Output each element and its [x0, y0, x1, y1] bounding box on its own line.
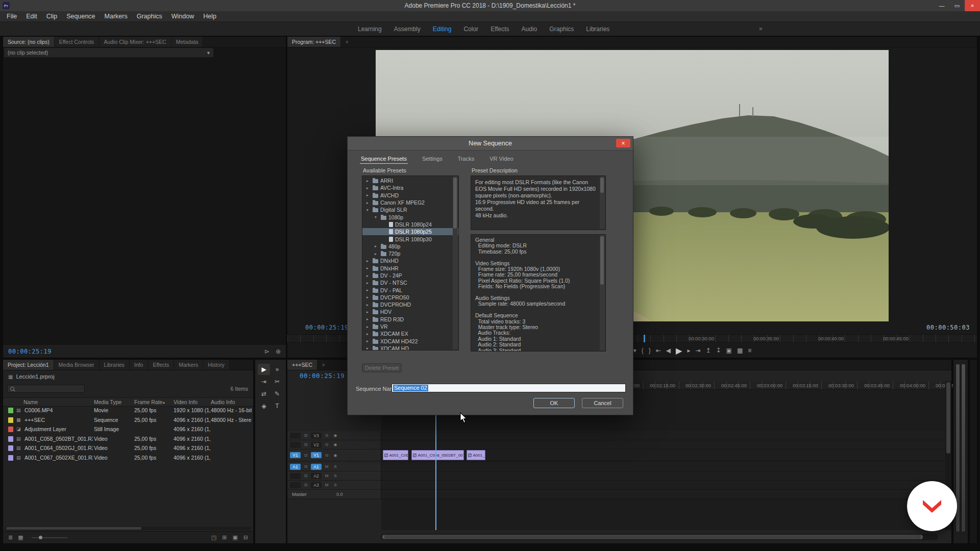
column-header[interactable]: Name — [23, 399, 38, 405]
workspace-tab[interactable]: Libraries — [580, 26, 615, 33]
preset-tree-item[interactable]: ▾ Digital SLR — [362, 206, 458, 213]
program-playhead[interactable] — [644, 335, 645, 342]
chevron-icon[interactable]: ▸ — [366, 201, 371, 205]
source-patch-button[interactable] — [290, 473, 301, 479]
selection-tool[interactable]: ▶ — [258, 364, 270, 375]
project-horizontal-scrollbar[interactable] — [5, 527, 251, 530]
insert-icon[interactable]: ⊳ — [264, 348, 270, 355]
minimize-button[interactable]: — — [934, 0, 949, 11]
chevron-icon[interactable]: ▸ — [366, 281, 371, 285]
panel-tab[interactable]: Info — [130, 360, 149, 370]
source-patch-button[interactable] — [290, 442, 301, 448]
panel-tab[interactable]: History — [203, 360, 230, 370]
C0006.MP4[interactable]: ▤ C0006.MP4 Movie 25,00 fps 980 x 551 … — [3, 406, 253, 415]
track-target-button[interactable]: A1 — [311, 464, 322, 470]
automate-to-sequence-icon[interactable]: ◳ — [211, 534, 216, 541]
panel-menu-icon[interactable]: ≡ — [344, 39, 350, 44]
dialog-tab[interactable]: Settings — [421, 154, 444, 164]
button-editor-icon[interactable]: ≡ — [748, 347, 751, 354]
chevron-icon[interactable]: ▸ — [366, 324, 371, 329]
chevron-icon[interactable]: ▸ — [366, 346, 371, 350]
mute-button[interactable]: M — [323, 473, 330, 479]
timeline-clip[interactable]: fx A001_C067 — [383, 450, 408, 460]
chevron-icon[interactable]: ▸ — [366, 310, 371, 314]
panel-tab[interactable]: Source: (no clips) — [3, 37, 55, 47]
search-input[interactable] — [7, 385, 85, 393]
preset-tree-item[interactable]: ▸ DV - NTSC — [362, 279, 458, 286]
A001_C064_0502GJ_001.R3[interactable]: ▤ A001_C064_0502GJ_001.R3 Video 25,00 fp… — [3, 443, 253, 453]
sync-lock-icon[interactable]: ⊙ — [323, 442, 330, 448]
track-lock-icon[interactable]: ⊡ — [302, 452, 309, 458]
source-patch-button[interactable]: A1 — [290, 464, 301, 470]
track-lock-icon[interactable]: ⊡ — [302, 442, 309, 448]
dialog-tab[interactable]: Sequence Presets — [360, 154, 408, 164]
delete-icon[interactable]: ⊟ — [243, 534, 248, 541]
description-scrollbar[interactable] — [600, 177, 605, 229]
mute-button[interactable]: M — [323, 482, 330, 488]
workspace-tab[interactable]: Learning — [352, 26, 387, 33]
hand-tool[interactable]: ◈ — [258, 400, 270, 412]
preset-tree-item[interactable]: ▸ HDV — [362, 308, 458, 315]
menu-item[interactable]: Edit — [21, 13, 42, 20]
track-output-icon[interactable]: ◉ — [332, 433, 339, 439]
panel-tab[interactable]: Metadata — [172, 37, 204, 47]
preset-tree-item[interactable]: ▸ AVC-Intra — [362, 184, 458, 191]
A001_C058_0502BT_001.R3[interactable]: ▤ A001_C058_0502BT_001.R3 Video 25,00 fp… — [3, 434, 253, 444]
sequence-name-input[interactable]: Sequence 02 — [391, 384, 626, 392]
timeline-clip[interactable]: fx A001_C0 — [467, 450, 485, 460]
menu-item[interactable]: Clip — [42, 13, 62, 20]
track-lane[interactable] — [381, 431, 945, 440]
track-lane[interactable] — [381, 481, 945, 490]
source-patch-button[interactable]: V1 — [290, 452, 301, 458]
workspace-tab[interactable]: Editing — [427, 26, 457, 33]
list-view-icon[interactable]: ≣ — [8, 534, 13, 541]
chevron-icon[interactable]: ▸ — [366, 259, 371, 263]
track-output-icon[interactable]: ◉ — [332, 442, 339, 448]
comparison-view-icon[interactable]: ▦ — [737, 347, 743, 354]
track-select-tool[interactable]: » — [271, 364, 283, 375]
chevron-icon[interactable]: ▸ — [366, 186, 371, 190]
program-timecode[interactable]: 00:00:25:19 — [305, 324, 349, 331]
menu-item[interactable]: Window — [167, 13, 199, 20]
column-header[interactable]: Video Info — [174, 399, 198, 405]
chevron-icon[interactable]: ▾ — [375, 215, 379, 219]
+++SEC[interactable]: ▦ +++SEC Sequence 25,00 fps 4096 x 2160 … — [3, 415, 253, 425]
panel-tab[interactable]: Libraries — [100, 360, 130, 370]
chevron-icon[interactable]: ▾ — [366, 208, 371, 212]
step-forward-icon[interactable]: ▸ — [687, 347, 690, 354]
workspace-tab[interactable]: Assembly — [388, 26, 426, 33]
type-tool[interactable]: T — [271, 400, 283, 412]
new-item-icon[interactable]: ▣ — [232, 534, 237, 541]
dialog-tab[interactable]: VR Video — [488, 154, 514, 164]
dialog-tab[interactable]: Tracks — [457, 154, 476, 164]
extract-icon[interactable]: ↧ — [716, 347, 721, 354]
preset-tree-item[interactable]: ▸ XDCAM HD422 — [362, 338, 458, 345]
cancel-button[interactable]: Cancel — [582, 398, 623, 408]
details-scrollbar[interactable] — [600, 235, 605, 350]
mark-out-icon[interactable]: } — [649, 347, 651, 354]
chevron-icon[interactable]: ▸ — [366, 295, 371, 299]
master-volume-value[interactable]: 0.0 — [336, 492, 343, 497]
chevron-icon[interactable]: ▸ — [366, 303, 371, 307]
preset-tree-item[interactable]: ▸ XDCAM EX — [362, 330, 458, 337]
project-file-row[interactable]: ▦ Lección1.prproj — [8, 373, 55, 380]
label-color-swatch[interactable] — [8, 445, 13, 451]
track-lane[interactable] — [381, 471, 945, 481]
timeline-horizontal-scrollbar[interactable] — [381, 534, 938, 540]
label-color-swatch[interactable] — [8, 455, 13, 461]
solo-button[interactable]: S — [332, 473, 339, 479]
maximize-button[interactable]: ▭ — [949, 0, 965, 11]
panel-tab[interactable]: Project: Lección1 — [3, 360, 54, 370]
timeline-clip[interactable]: fx A001_C058_0502BT_001.R3 — [411, 450, 464, 460]
sync-lock-icon[interactable]: ⊙ — [323, 452, 330, 458]
preset-tree-item[interactable]: ▸ RED R3D — [362, 316, 458, 323]
workspace-tab[interactable]: Color — [458, 26, 484, 33]
panel-tab[interactable]: Media Browser — [54, 360, 100, 370]
chevron-icon[interactable]: ▸ — [366, 273, 371, 278]
overwrite-icon[interactable]: ⊕ — [276, 348, 281, 355]
workspace-tab[interactable]: Graphics — [544, 26, 579, 33]
preset-tree-item[interactable]: ▸ AVCHD — [362, 192, 458, 199]
track-lock-icon[interactable]: ⊡ — [302, 433, 309, 439]
go-to-out-icon[interactable]: ⇥ — [695, 347, 700, 354]
source-timecode[interactable]: 00:00:25:19 — [8, 348, 52, 355]
